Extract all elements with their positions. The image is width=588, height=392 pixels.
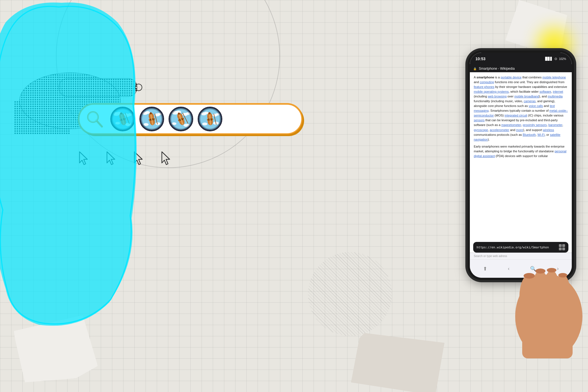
wiki-link-multimedia: multimedia xyxy=(548,95,563,98)
battery-text: 102% xyxy=(559,57,566,60)
wiki-link-proximity: proximity sensors xyxy=(523,123,547,127)
wiki-link-software: software xyxy=(540,90,551,93)
wiki-link-magnetometer: magnetometer xyxy=(501,123,521,127)
diagonal-lines-decoration xyxy=(308,252,392,336)
wiki-link-barometer: barometer xyxy=(549,123,563,127)
svg-point-38 xyxy=(145,111,150,114)
phone-frame: 10:53 ▉▊▋ ⊙ 102% 🔒 Smartphone - Wikipedi… xyxy=(468,50,574,280)
svg-rect-98 xyxy=(522,311,573,358)
browser-title-text: Smartphone - Wikipedia xyxy=(479,67,515,71)
status-time: 10:53 xyxy=(475,57,486,61)
share-button[interactable]: ⬆ xyxy=(483,266,487,272)
phone-container: 10:53 ▉▊▋ ⊙ 102% 🔒 Smartphone - Wikipedi… xyxy=(451,22,580,330)
search-type-text: Search or type web adress xyxy=(474,255,507,258)
wiki-link-computing: computing xyxy=(480,80,494,84)
wiki-link-gyroscope: gyroscope xyxy=(474,128,488,132)
svg-point-102 xyxy=(558,273,567,277)
wiki-link-mobile-telephone: mobile telephone xyxy=(542,76,566,79)
wiki-content-area: A smartphone is a portable device that c… xyxy=(470,72,572,232)
wiki-link-sensors: sensors xyxy=(474,118,485,122)
status-icons: ▉▊▋ ⊙ 102% xyxy=(545,57,566,61)
violin-circle-3 xyxy=(169,107,193,131)
violin-circle-4 xyxy=(198,107,222,131)
wiki-link-satellite-nav: satellite navigation xyxy=(474,133,560,141)
wiki-link-feature-phones: feature phones xyxy=(474,85,494,88)
wiki-link-internet: internet xyxy=(553,90,563,93)
wiki-link-voice-calls: voice calls xyxy=(529,104,543,108)
wiki-link-cameras: cameras xyxy=(524,99,536,103)
wiki-link-wireless: wireless xyxy=(543,128,554,132)
wiki-link-wifi: Wi-Fi xyxy=(537,133,545,136)
wiki-link-portable: portable device xyxy=(501,76,522,79)
paper-decoration-bottom-right xyxy=(351,332,445,392)
wiki-link-bluetooth: Bluetooth xyxy=(523,133,536,136)
cursor-icon-4 xyxy=(161,151,171,166)
svg-point-100 xyxy=(535,269,545,274)
wiki-link-web-browsing: web browsing xyxy=(488,95,507,98)
svg-point-97 xyxy=(556,274,570,311)
status-bar: 10:53 ▉▊▋ ⊙ 102% xyxy=(470,53,572,65)
wiki-link-mobile-os: mobile operating systems xyxy=(474,90,509,93)
signal-icon: ▉▊▋ xyxy=(545,57,553,61)
violin-circle-2 xyxy=(139,107,164,131)
wiki-link-pda: personal digital assistant xyxy=(474,150,566,158)
wiki-bold-smartphone: smartphone xyxy=(477,76,494,79)
wiki-link-accelerometer: accelerometer xyxy=(490,128,509,132)
svg-point-99 xyxy=(524,273,535,279)
lock-icon: 🔒 xyxy=(473,67,477,70)
cyan-glow-blob xyxy=(0,0,140,330)
svg-point-79 xyxy=(202,123,207,125)
hand-holding-phone xyxy=(507,246,588,358)
wiki-link-more: more xyxy=(516,128,523,132)
wiki-link-mobile-broadband: mobile broadband xyxy=(514,95,539,98)
browser-title-bar: 🔒 Smartphone - Wikipedia xyxy=(470,65,572,72)
svg-point-101 xyxy=(547,268,556,272)
wifi-icon: ⊙ xyxy=(554,57,557,61)
phone-screen: 10:53 ▉▊▋ ⊙ 102% 🔒 Smartphone - Wikipedi… xyxy=(470,53,572,278)
wiki-link-ic: integrated circuit xyxy=(505,114,527,117)
